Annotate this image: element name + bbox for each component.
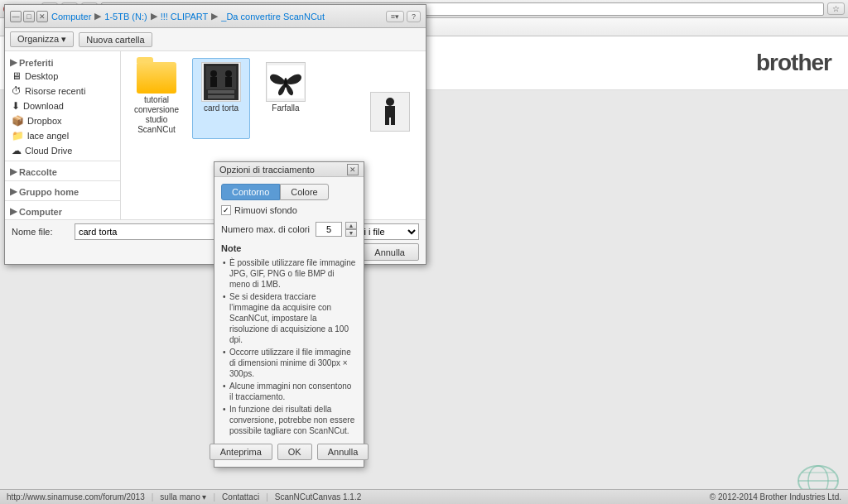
brother-logo: brother — [756, 50, 831, 76]
svg-rect-22 — [391, 117, 395, 125]
file-item-card-torta[interactable]: card torta — [192, 58, 250, 139]
image-icon-card-torta — [201, 62, 241, 102]
trace-tab-row: Contorno Colore — [221, 184, 357, 200]
note-item-4: In funzione dei risultati della conversi… — [221, 403, 357, 437]
trace-action-row: Anteprima OK Annulla — [221, 444, 357, 460]
spinner-up-btn[interactable]: ▲ — [345, 222, 357, 229]
color-count-row: Numero max. di colori ▲ ▼ — [221, 222, 357, 237]
svg-rect-20 — [385, 106, 395, 118]
folder-icon-tutorial — [137, 62, 176, 94]
note-section: Note È possibile utilizzare file immagin… — [221, 243, 357, 437]
cancel-trace-button[interactable]: Annulla — [317, 444, 369, 460]
note-item-0: È possibile utilizzare file immagine JPG… — [221, 257, 357, 290]
ok-button[interactable]: OK — [277, 444, 312, 460]
svg-rect-16 — [208, 95, 234, 98]
nuova-cartella-button[interactable]: Nuova cartella — [79, 32, 152, 47]
file-item-silhouette[interactable] — [361, 88, 419, 136]
raccolte-header[interactable]: ▶ Raccolte — [5, 164, 120, 178]
svg-point-13 — [225, 70, 232, 77]
dialog-close-btn[interactable]: ✕ — [36, 11, 48, 22]
path-bar: Computer ▶ 1-5TB (N:) ▶ !!! CLIPART ▶ _D… — [51, 7, 383, 26]
image-icon-silhouette — [370, 92, 410, 132]
gruppo-home-header[interactable]: ▶ Gruppo home — [5, 184, 120, 198]
favorites-header[interactable]: ▶ Preferiti — [5, 55, 120, 69]
tab-contorno[interactable]: Contorno — [221, 184, 280, 200]
svg-point-19 — [386, 98, 394, 106]
path-toolbar-controls: ≡▾ ? — [386, 11, 421, 22]
path-1tb[interactable]: 1-5TB (N:) — [104, 12, 147, 22]
trace-dialog-body: Contorno Colore ✓ Rimuovi sfondo Numero … — [214, 177, 364, 467]
svg-rect-21 — [385, 117, 389, 125]
view-btn[interactable]: ≡▾ — [386, 11, 404, 22]
organizza-button[interactable]: Organizza ▾ — [10, 31, 74, 47]
note-item-1: Se si desidera tracciare l'immagine da a… — [221, 290, 357, 346]
remove-bg-row: ✓ Rimuovi sfondo — [221, 205, 357, 215]
filename-label: Nome file: — [12, 227, 70, 237]
star-button[interactable]: ☆ — [827, 2, 845, 15]
spinner-down-btn[interactable]: ▼ — [345, 229, 357, 237]
file-item-tutorial[interactable]: tutorial conversione studio ScanNCut — [128, 58, 186, 139]
color-count-spinner: ▲ ▼ — [345, 222, 357, 237]
tree-dropbox[interactable]: 📦 Dropbox — [5, 113, 120, 128]
dialog-maximize-btn[interactable]: □ — [23, 11, 35, 22]
path-da-convertire[interactable]: _Da convertire ScanNCut — [221, 12, 325, 22]
tree-download[interactable]: ⬇ Download — [5, 98, 120, 113]
copyright-text: © 2012-2014 Brother Industries Ltd. — [710, 492, 841, 502]
color-count-label: Numero max. di colori — [221, 224, 312, 234]
remove-bg-checkbox[interactable]: ✓ — [221, 205, 231, 215]
file-toolbar: Organizza ▾ Nuova cartella — [5, 28, 426, 51]
trace-dialog-title: Opzioni di tracciamento — [219, 165, 315, 175]
tree-desktop[interactable]: 🖥 Desktop — [5, 69, 120, 84]
tab-colore[interactable]: Colore — [280, 184, 328, 200]
dialog-title-buttons: — □ ✕ — [10, 11, 48, 22]
status-link-1[interactable]: sulla mano ▾ — [160, 492, 206, 502]
note-item-2: Occorre utilizzare il file immagine di d… — [221, 346, 357, 380]
svg-rect-12 — [210, 77, 217, 87]
image-icon-farfalla — [266, 62, 306, 102]
trace-dialog-titlebar: Opzioni di tracciamento ✕ — [214, 162, 364, 177]
tree-cloud-drive[interactable]: ☁ Cloud Drive — [5, 143, 120, 158]
svg-point-11 — [210, 70, 217, 77]
remove-bg-label: Rimuovi sfondo — [234, 205, 297, 215]
path-clipart[interactable]: !!! CLIPART — [161, 12, 209, 22]
file-dialog-titlebar: — □ ✕ Computer ▶ 1-5TB (N:) ▶ !!! CLIPAR… — [5, 5, 426, 28]
svg-point-18 — [284, 78, 287, 88]
help-btn[interactable]: ? — [407, 11, 421, 22]
file-item-farfalla[interactable]: Farfalla — [257, 58, 315, 139]
trace-dialog-close-btn[interactable]: ✕ — [347, 164, 359, 175]
path-computer[interactable]: Computer — [51, 12, 91, 22]
note-list: È possibile utilizzare file immagine JPG… — [221, 257, 357, 437]
tree-lace-angel[interactable]: 📁 lace angel — [5, 128, 120, 143]
cancel-file-button[interactable]: Annulla — [360, 243, 419, 261]
folder-tree: ▶ Preferiti 🖥 Desktop ⏱ Risorse recenti … — [5, 51, 121, 219]
dialog-minimize-btn[interactable]: — — [10, 11, 22, 22]
status-bar: http://www.sinamuse.com/forum/2013 | sul… — [0, 489, 848, 504]
status-link-3[interactable]: ScanNCutCanvas 1.1.2 — [275, 492, 362, 502]
status-link-2[interactable]: Contattaci — [222, 492, 259, 502]
note-item-3: Alcune immagini non consentono il tracci… — [221, 380, 357, 403]
color-count-input[interactable] — [316, 222, 342, 237]
note-title: Note — [221, 243, 357, 253]
anteprima-button[interactable]: Anteprima — [210, 444, 272, 460]
trace-dialog: Opzioni di tracciamento ✕ Contorno Color… — [214, 161, 364, 468]
computer-header[interactable]: ▶ Computer — [5, 204, 120, 218]
tree-recenti[interactable]: ⏱ Risorse recenti — [5, 84, 120, 98]
status-url: http://www.sinamuse.com/forum/2013 — [7, 492, 145, 502]
svg-rect-14 — [225, 77, 232, 87]
svg-rect-15 — [208, 90, 234, 94]
